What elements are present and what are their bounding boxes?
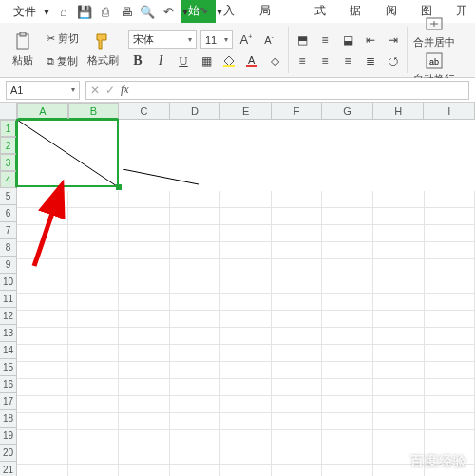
cell[interactable] — [272, 208, 323, 225]
font-size-select[interactable]: 11 ▾ — [200, 30, 233, 49]
cell[interactable] — [170, 276, 221, 294]
paste-button[interactable]: 粘贴 — [6, 28, 40, 73]
cell[interactable] — [17, 379, 68, 396]
row-header-8[interactable]: 8 — [0, 239, 17, 257]
cell[interactable] — [17, 465, 68, 476]
cell[interactable] — [220, 413, 272, 430]
cell[interactable] — [170, 328, 221, 345]
cell[interactable] — [220, 191, 272, 208]
column-header-A[interactable]: A — [17, 103, 68, 120]
row-header-14[interactable]: 14 — [0, 342, 17, 359]
cell[interactable] — [119, 430, 170, 447]
align-top-button[interactable]: ⬒ — [293, 30, 312, 49]
cell[interactable] — [322, 413, 373, 430]
cell[interactable] — [425, 276, 476, 294]
cell[interactable] — [322, 465, 373, 476]
cell[interactable] — [68, 191, 120, 208]
cell[interactable] — [425, 430, 476, 447]
cell[interactable] — [119, 379, 170, 396]
chevron-down-icon[interactable]: ▾ — [182, 5, 188, 18]
cell[interactable] — [373, 294, 425, 311]
cell[interactable] — [272, 413, 323, 430]
italic-button[interactable]: I — [151, 51, 170, 70]
align-middle-button[interactable]: ≡ — [315, 30, 334, 49]
formula-input-area[interactable]: ✕ ✓ fx — [86, 81, 469, 100]
cell[interactable] — [272, 311, 323, 328]
cell[interactable] — [170, 379, 221, 396]
align-left-button[interactable]: ≡ — [293, 51, 312, 70]
row-header-19[interactable]: 19 — [0, 428, 17, 445]
cell[interactable] — [272, 294, 323, 311]
cell-style-button[interactable]: ◇ — [265, 51, 284, 70]
cell[interactable] — [17, 413, 68, 430]
column-header-D[interactable]: D — [170, 103, 221, 120]
cell[interactable] — [373, 311, 425, 328]
cell[interactable] — [68, 430, 120, 447]
cell[interactable] — [17, 225, 68, 242]
cell[interactable] — [17, 276, 68, 294]
cell[interactable] — [220, 225, 272, 242]
row-header-17[interactable]: 17 — [0, 393, 17, 410]
cell[interactable] — [119, 413, 170, 430]
cell[interactable] — [68, 259, 120, 276]
cell[interactable] — [17, 328, 68, 345]
cell[interactable] — [17, 259, 68, 276]
cell[interactable] — [322, 208, 373, 225]
cell[interactable] — [68, 413, 120, 430]
cell[interactable] — [322, 345, 373, 362]
cell[interactable] — [220, 430, 272, 447]
cell[interactable] — [170, 396, 221, 413]
bold-button[interactable]: B — [128, 51, 147, 70]
cell[interactable] — [17, 447, 68, 465]
cell[interactable] — [425, 225, 476, 242]
cell[interactable] — [119, 447, 170, 465]
cell[interactable] — [373, 413, 425, 430]
cell[interactable] — [373, 430, 425, 447]
cell[interactable] — [68, 379, 120, 396]
cell[interactable] — [170, 294, 221, 311]
cell[interactable] — [119, 362, 170, 379]
cell[interactable] — [322, 259, 373, 276]
cell[interactable] — [170, 465, 221, 476]
row-header-11[interactable]: 11 — [0, 291, 17, 308]
cell[interactable] — [322, 328, 373, 345]
column-header-I[interactable]: I — [424, 103, 475, 120]
cell[interactable] — [170, 362, 221, 379]
chevron-down-icon[interactable]: ▾ — [44, 5, 49, 18]
cell[interactable] — [373, 362, 425, 379]
cell[interactable] — [220, 396, 272, 413]
merge-center-button[interactable]: 合并居中 — [411, 14, 457, 49]
cell[interactable] — [220, 311, 272, 328]
cell[interactable] — [272, 396, 323, 413]
decrease-font-button[interactable]: A- — [259, 30, 278, 49]
cell[interactable] — [119, 345, 170, 362]
cell[interactable] — [425, 345, 476, 362]
cell[interactable] — [68, 276, 120, 294]
cell[interactable] — [119, 225, 170, 242]
cell[interactable] — [425, 259, 476, 276]
cell[interactable] — [17, 311, 68, 328]
row-header-21[interactable]: 21 — [0, 462, 17, 476]
row-header-5[interactable]: 5 — [0, 188, 17, 205]
cell[interactable] — [17, 345, 68, 362]
print-icon[interactable]: 🖶 — [120, 5, 133, 18]
column-header-G[interactable]: G — [322, 103, 373, 120]
cell[interactable] — [170, 259, 221, 276]
cell[interactable] — [322, 294, 373, 311]
cell[interactable] — [272, 447, 323, 465]
cell[interactable] — [425, 379, 476, 396]
underline-button[interactable]: U — [174, 51, 193, 70]
row-header-7[interactable]: 7 — [0, 222, 17, 239]
cell[interactable] — [272, 259, 323, 276]
cell[interactable] — [322, 311, 373, 328]
row-header-18[interactable]: 18 — [0, 410, 17, 428]
tab-page-layout[interactable]: 页面布局 — [252, 0, 308, 25]
row-header-3[interactable]: 3 — [0, 154, 17, 171]
cell[interactable] — [68, 208, 120, 225]
cell[interactable] — [68, 225, 120, 242]
row-header-2[interactable]: 2 — [0, 137, 17, 154]
cell[interactable] — [373, 191, 425, 208]
cell[interactable] — [425, 242, 476, 259]
cell[interactable] — [68, 294, 120, 311]
column-header-B[interactable]: B — [68, 103, 120, 120]
